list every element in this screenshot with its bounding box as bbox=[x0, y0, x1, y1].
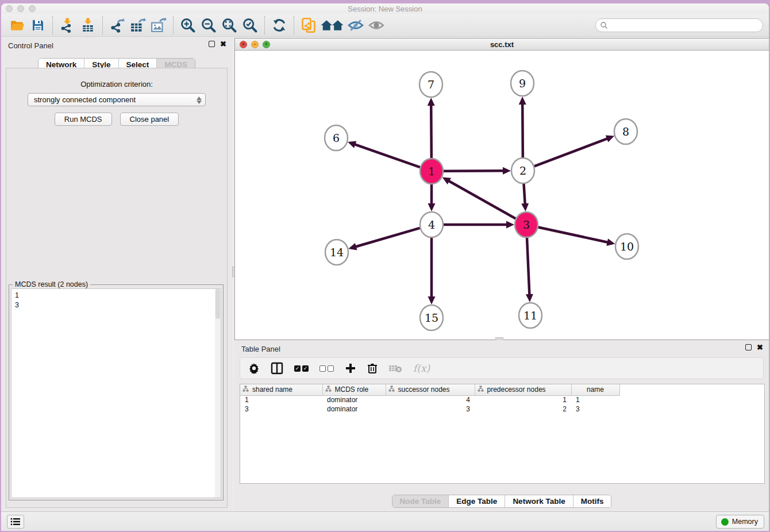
column-header-predecessor-nodes[interactable]: predecessor nodes bbox=[475, 384, 571, 395]
node-table[interactable]: shared nameMCDS rolesuccessor nodesprede… bbox=[240, 384, 765, 484]
table-cell[interactable]: 1 bbox=[240, 395, 322, 404]
table-row[interactable]: 3dominator323 bbox=[240, 404, 619, 414]
tab-edge-table[interactable]: Edge Table bbox=[448, 495, 505, 507]
zoom-in-icon[interactable] bbox=[178, 16, 198, 34]
node-label-4: 4 bbox=[428, 218, 435, 231]
zoom-out-icon[interactable] bbox=[198, 16, 219, 34]
maximize-network-icon[interactable]: + bbox=[263, 41, 270, 48]
float-panel-icon[interactable] bbox=[209, 41, 215, 47]
criterion-select[interactable]: strongly connected component bbox=[28, 93, 206, 106]
node-label-9: 9 bbox=[519, 77, 526, 90]
column-header-MCDS-role[interactable]: MCDS role bbox=[322, 384, 386, 395]
import-network-icon[interactable] bbox=[57, 16, 78, 34]
edge-3-11[interactable] bbox=[527, 238, 529, 295]
memory-button[interactable]: Memory bbox=[716, 515, 764, 529]
minimize-window-icon[interactable] bbox=[17, 5, 24, 12]
edge-2-8[interactable] bbox=[534, 138, 608, 167]
edge-1-7[interactable] bbox=[431, 105, 432, 158]
deselect-all-checks-icon[interactable] bbox=[319, 365, 334, 372]
table-cell[interactable]: dominator bbox=[322, 404, 386, 414]
result-scrollbar[interactable] bbox=[215, 289, 221, 498]
export-network-icon[interactable] bbox=[107, 16, 128, 34]
edge-4-14[interactable] bbox=[355, 228, 420, 247]
mcds-result-title: MCDS result (2 nodes) bbox=[13, 280, 90, 288]
table-cell[interactable]: 3 bbox=[240, 404, 322, 414]
edge-1-2[interactable] bbox=[444, 171, 504, 171]
edge-arrow-icon bbox=[428, 296, 436, 304]
node-label-8: 8 bbox=[622, 125, 629, 138]
node-label-7: 7 bbox=[428, 78, 434, 91]
table-cell[interactable]: 3 bbox=[571, 404, 619, 414]
column-type-icon bbox=[388, 385, 395, 394]
edge-arrow-icon bbox=[348, 141, 356, 148]
column-header-name[interactable]: name bbox=[571, 384, 619, 395]
delete-table-icon bbox=[388, 363, 402, 373]
tab-motifs[interactable]: Motifs bbox=[573, 495, 611, 507]
tab-network-table[interactable]: Network Table bbox=[505, 495, 572, 507]
minimize-network-icon[interactable]: − bbox=[251, 41, 259, 48]
node-label-1: 1 bbox=[428, 165, 435, 178]
export-table-icon[interactable] bbox=[128, 16, 148, 34]
duplicate-network-icon[interactable] bbox=[298, 16, 319, 34]
search-box bbox=[595, 18, 763, 32]
close-panel-icon[interactable]: ✖ bbox=[220, 41, 226, 47]
edge-arrow-icon bbox=[503, 167, 511, 175]
toolbar-separator bbox=[264, 16, 265, 34]
app-titlebar: Session: New Session bbox=[1, 3, 769, 14]
close-network-icon[interactable]: × bbox=[240, 41, 247, 48]
zoom-selected-icon[interactable] bbox=[240, 16, 260, 34]
network-graph: 7968124314101511 bbox=[235, 51, 769, 340]
table-cell[interactable]: 3 bbox=[386, 404, 475, 414]
node-label-6: 6 bbox=[333, 132, 340, 144]
show-column-icon[interactable] bbox=[271, 362, 283, 375]
table-cell[interactable]: 1 bbox=[571, 395, 619, 404]
mcds-result-fieldset: MCDS result (2 nodes) 13 bbox=[9, 284, 224, 500]
search-input[interactable] bbox=[595, 18, 763, 32]
select-all-checks-icon[interactable]: ✓✓ bbox=[294, 365, 309, 372]
zoom-window-icon[interactable] bbox=[29, 5, 36, 12]
node-label-10: 10 bbox=[620, 240, 634, 253]
export-image-icon[interactable] bbox=[148, 16, 169, 34]
show-all-icon[interactable] bbox=[366, 16, 387, 34]
memory-status-icon bbox=[721, 518, 729, 526]
tab-node-table[interactable]: Node Table bbox=[392, 495, 449, 507]
edge-2-9[interactable] bbox=[522, 103, 523, 157]
criterion-value: strongly connected component bbox=[34, 95, 136, 104]
column-type-icon bbox=[478, 385, 484, 394]
edge-2-3[interactable] bbox=[523, 184, 525, 205]
close-table-panel-icon[interactable]: ✖ bbox=[757, 344, 763, 350]
refresh-view-icon[interactable] bbox=[269, 16, 290, 34]
run-mcds-button[interactable]: Run MCDS bbox=[55, 113, 112, 126]
home-view-icon[interactable] bbox=[319, 16, 345, 34]
close-panel-button[interactable]: Close panel bbox=[120, 113, 179, 126]
open-session-icon[interactable] bbox=[7, 16, 28, 34]
import-table-icon[interactable] bbox=[78, 16, 98, 34]
delete-column-icon[interactable] bbox=[367, 363, 378, 374]
node-label-14: 14 bbox=[330, 246, 344, 259]
add-column-icon[interactable] bbox=[345, 363, 356, 374]
edge-1-6[interactable] bbox=[354, 144, 420, 167]
hide-selected-icon[interactable] bbox=[345, 16, 366, 34]
column-header-shared-name[interactable]: shared name bbox=[240, 384, 322, 395]
save-session-icon[interactable] bbox=[28, 16, 48, 34]
close-window-icon[interactable] bbox=[6, 5, 13, 12]
edge-3-1[interactable] bbox=[448, 180, 515, 218]
float-table-panel-icon[interactable] bbox=[745, 344, 752, 350]
table-row[interactable]: 1dominator411 bbox=[240, 395, 619, 404]
main-toolbar bbox=[1, 14, 769, 37]
zoom-fit-icon[interactable] bbox=[219, 16, 240, 34]
network-window-titlebar: × − + scc.txt bbox=[235, 38, 769, 51]
attribute-settings-icon[interactable] bbox=[248, 363, 260, 374]
task-history-button[interactable] bbox=[7, 515, 24, 529]
table-cell[interactable]: 2 bbox=[475, 404, 571, 414]
table-cell[interactable]: 4 bbox=[386, 395, 475, 404]
mcds-result-text[interactable]: 13 bbox=[11, 288, 221, 498]
node-label-15: 15 bbox=[425, 311, 438, 324]
node-label-3: 3 bbox=[523, 218, 530, 231]
table-cell[interactable]: dominator bbox=[322, 395, 386, 404]
column-header-successor-nodes[interactable]: successor nodes bbox=[386, 384, 475, 395]
edge-3-10[interactable] bbox=[538, 227, 609, 242]
network-canvas[interactable]: 7968124314101511 bbox=[235, 51, 769, 340]
table-cell[interactable]: 1 bbox=[475, 395, 571, 404]
edge-arrow-icon bbox=[519, 97, 526, 105]
